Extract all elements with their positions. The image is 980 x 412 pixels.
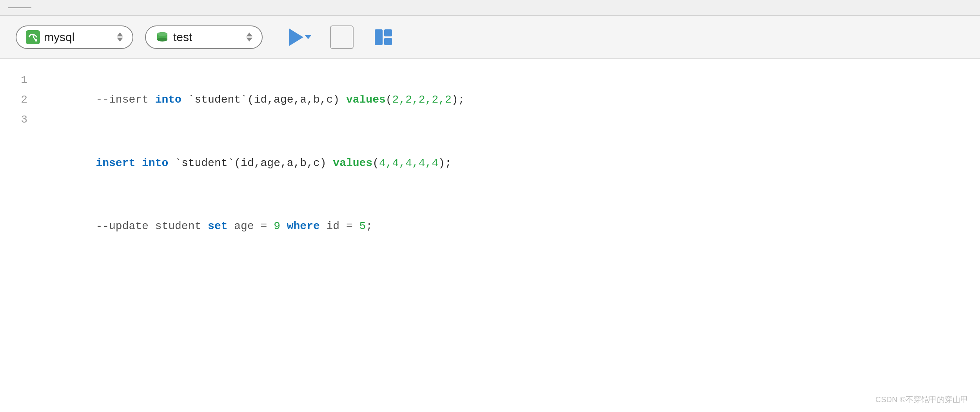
line-number-1: 1 [8, 70, 27, 90]
line3-space [280, 220, 287, 232]
line-number-2: 2 [8, 90, 27, 110]
code-line-2: insert into `student`(id,age,a,b,c) valu… [43, 134, 972, 193]
line3-where: where [287, 220, 320, 232]
mysql-icon [26, 30, 40, 44]
line1-paren-close: ); [452, 94, 465, 106]
database-selector[interactable]: test [145, 25, 263, 49]
line3-semi: ; [366, 220, 372, 232]
line1-paren-open: ( [386, 94, 392, 106]
line1-into: into [155, 94, 181, 106]
line1-comment: --insert [96, 94, 155, 106]
chevron-down-icon [117, 38, 123, 42]
connection-selector[interactable]: mysql [16, 25, 133, 49]
svg-point-4 [157, 32, 167, 36]
database-icon [155, 30, 169, 44]
line2-into: into [142, 157, 168, 169]
line3-age: age = [228, 220, 274, 232]
run-button[interactable] [286, 23, 314, 51]
toolbar: mysql test [0, 16, 980, 59]
code-line-3: --update student set age = 9 where id = … [43, 197, 972, 256]
line2-space [135, 157, 142, 169]
line2-values: values [333, 157, 372, 169]
run-dropdown-icon [305, 35, 311, 39]
database-label: test [173, 31, 192, 44]
run-triangle-icon [289, 29, 303, 46]
connection-chevron [117, 33, 123, 42]
line2-paren-open: ( [372, 157, 379, 169]
line3-num9: 9 [274, 220, 280, 232]
line2-table: `student`(id,age,a,b,c) [168, 157, 333, 169]
line3-set: set [208, 220, 227, 232]
watermark: CSDN ©不穿铠甲的穿山甲 [875, 394, 968, 405]
line2-insert: insert [96, 157, 135, 169]
line3-id: id = [320, 220, 359, 232]
editor-area[interactable]: 1 2 3 --insert into `student`(id,age,a,b… [0, 59, 980, 412]
layout-icon [375, 29, 392, 45]
svg-point-0 [35, 39, 37, 42]
code-line-1: --insert into `student`(id,age,a,b,c) va… [43, 70, 972, 130]
run-button-group [274, 23, 314, 51]
line-number-3: 3 [8, 110, 27, 130]
top-bar-line [8, 7, 31, 8]
line2-nums: 4,4,4,4,4 [379, 157, 438, 169]
chevron-down-2-icon [246, 38, 252, 42]
database-chevron [246, 33, 252, 42]
svg-point-3 [157, 38, 167, 42]
layout-button[interactable] [369, 23, 397, 51]
chevron-up-2-icon [246, 33, 252, 36]
line2-paren-close: ); [438, 157, 452, 169]
connection-label: mysql [44, 31, 74, 44]
line1-values: values [346, 94, 386, 106]
code-lines[interactable]: --insert into `student`(id,age,a,b,c) va… [35, 67, 980, 264]
stop-button[interactable] [330, 25, 354, 49]
line1-table: `student`(id,age,a,b,c) [181, 94, 346, 106]
editor-content: 1 2 3 --insert into `student`(id,age,a,b… [0, 59, 980, 272]
line-numbers: 1 2 3 [0, 67, 35, 264]
chevron-up-icon [117, 33, 123, 36]
top-bar [0, 0, 980, 16]
line3-num5: 5 [359, 220, 366, 232]
line1-nums: 2,2,2,2,2 [392, 94, 452, 106]
line3-comment-start: --update student [96, 220, 208, 232]
